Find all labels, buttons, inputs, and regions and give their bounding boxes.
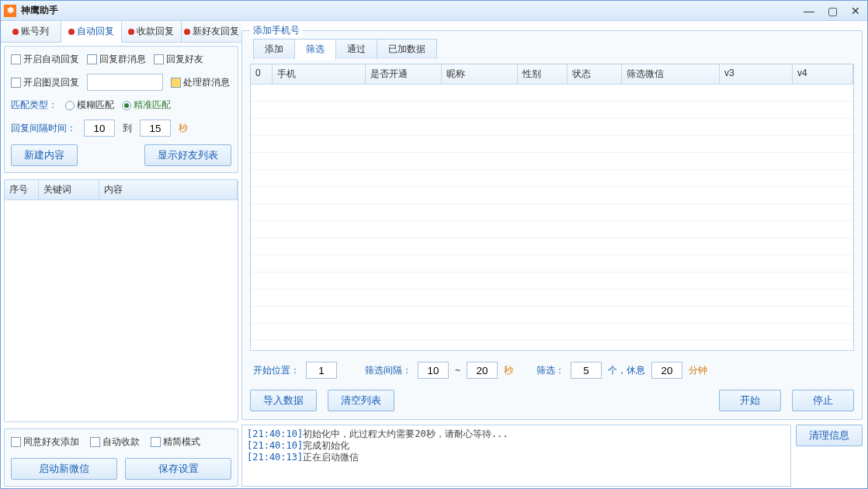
filter-from-input[interactable] bbox=[418, 362, 449, 379]
app-window: ✱ 神鹰助手 — ▢ ✕ 账号列 自动回复 收款回复 新好友回复 开启自动回复 … bbox=[0, 0, 868, 489]
titlebar[interactable]: ✱ 神鹰助手 — ▢ ✕ bbox=[1, 1, 867, 21]
subtab-pass[interactable]: 通过 bbox=[335, 39, 377, 59]
log-box[interactable]: [21:40:10]初始化中，此过程大约需要20秒，请耐心等待... [21:4… bbox=[241, 425, 791, 487]
chk-simple[interactable]: 精简模式 bbox=[151, 435, 200, 449]
rest-input[interactable] bbox=[651, 362, 682, 379]
minimize-button[interactable]: — bbox=[800, 5, 818, 17]
chk-friend[interactable]: 回复好友 bbox=[154, 53, 203, 66]
keyword-table: 序号 关键词 内容 bbox=[4, 179, 238, 422]
tab-newfriend-reply[interactable]: 新好友回复 bbox=[182, 21, 241, 42]
save-settings-button[interactable]: 保存设置 bbox=[125, 458, 231, 480]
close-button[interactable]: ✕ bbox=[847, 5, 864, 17]
maximize-button[interactable]: ▢ bbox=[824, 5, 841, 17]
tab-auto-reply[interactable]: 自动回复 bbox=[61, 21, 122, 43]
action-row: 导入数据 清空列表 开始 停止 bbox=[250, 390, 854, 411]
kw-col-content: 内容 bbox=[99, 180, 238, 199]
filter-row: 开始位置： 筛选间隔： ~ 秒 筛选： 个，休息 分钟 bbox=[250, 359, 854, 382]
clear-log-button[interactable]: 清理信息 bbox=[796, 425, 863, 446]
dot-icon bbox=[184, 29, 190, 35]
interval-label: 回复间隔时间： bbox=[11, 122, 76, 135]
start-button[interactable]: 开始 bbox=[719, 390, 781, 411]
dot-icon bbox=[128, 29, 134, 35]
filter-count-input[interactable] bbox=[571, 362, 602, 379]
app-title: 神鹰助手 bbox=[21, 4, 800, 17]
add-phone-group: 添加手机号 添加 筛选 通过 已加数据 0 手机 是否开通 昵称 性别 状态 bbox=[241, 30, 863, 420]
interval-from[interactable] bbox=[84, 120, 115, 137]
chk-handle-group[interactable]: 处理群消息 bbox=[171, 76, 230, 89]
chk-auto-pay[interactable]: 自动收款 bbox=[90, 435, 140, 449]
new-content-button[interactable]: 新建内容 bbox=[11, 144, 78, 166]
chk-tuling[interactable]: 开启图灵回复 bbox=[11, 76, 79, 89]
grid-header: 0 手机 是否开通 昵称 性别 状态 筛选微信 v3 v4 bbox=[251, 64, 853, 85]
window-controls: — ▢ ✕ bbox=[800, 5, 864, 17]
sub-tabs: 添加 筛选 通过 已加数据 bbox=[253, 39, 854, 59]
clear-list-button[interactable]: 清空列表 bbox=[328, 390, 394, 411]
stop-button[interactable]: 停止 bbox=[792, 390, 854, 411]
start-pos-input[interactable] bbox=[306, 362, 337, 379]
subtab-filter[interactable]: 筛选 bbox=[294, 39, 336, 60]
log-area: [21:40:10]初始化中，此过程大约需要20秒，请耐心等待... [21:4… bbox=[241, 425, 863, 487]
app-icon: ✱ bbox=[4, 5, 16, 17]
import-button[interactable]: 导入数据 bbox=[250, 390, 317, 411]
interval-to[interactable] bbox=[140, 120, 171, 137]
phone-grid[interactable]: 0 手机 是否开通 昵称 性别 状态 筛选微信 v3 v4 bbox=[250, 64, 854, 351]
filter-to-input[interactable] bbox=[467, 362, 498, 379]
chk-agree-add[interactable]: 同意好友添加 bbox=[11, 435, 79, 449]
group-title: 添加手机号 bbox=[250, 24, 303, 37]
radio-fuzzy[interactable]: 模糊匹配 bbox=[65, 99, 114, 112]
subtab-add[interactable]: 添加 bbox=[253, 39, 295, 59]
kw-col-keyword: 关键词 bbox=[39, 180, 99, 199]
chk-auto-reply[interactable]: 开启自动回复 bbox=[11, 53, 79, 66]
right-column: 添加手机号 添加 筛选 通过 已加数据 0 手机 是否开通 昵称 性别 状态 bbox=[241, 21, 867, 489]
grid-body[interactable] bbox=[251, 85, 853, 350]
tuling-input[interactable] bbox=[87, 74, 163, 91]
tab-payment-reply[interactable]: 收款回复 bbox=[122, 21, 182, 42]
start-wechat-button[interactable]: 启动新微信 bbox=[11, 458, 117, 480]
bottom-settings: 同意好友添加 自动收款 精简模式 启动新微信 保存设置 bbox=[4, 428, 238, 487]
kw-col-no: 序号 bbox=[5, 180, 39, 199]
tab-accounts[interactable]: 账号列 bbox=[1, 21, 61, 42]
keyword-body[interactable] bbox=[5, 200, 238, 421]
chk-group-msg[interactable]: 回复群消息 bbox=[87, 53, 146, 66]
show-friends-button[interactable]: 显示好友列表 bbox=[144, 144, 231, 166]
subtab-added[interactable]: 已加数据 bbox=[377, 39, 437, 59]
side-tabs: 账号列 自动回复 收款回复 新好友回复 bbox=[1, 21, 241, 43]
auto-reply-settings: 开启自动回复 回复群消息 回复好友 开启图灵回复 处理群消息 匹配类型： 模糊匹… bbox=[4, 46, 238, 173]
radio-exact[interactable]: 精准匹配 bbox=[122, 99, 171, 112]
dot-icon bbox=[12, 29, 19, 35]
match-type-label: 匹配类型： bbox=[11, 99, 57, 112]
dot-icon bbox=[68, 29, 75, 35]
left-column: 账号列 自动回复 收款回复 新好友回复 开启自动回复 回复群消息 回复好友 开启… bbox=[1, 21, 241, 489]
